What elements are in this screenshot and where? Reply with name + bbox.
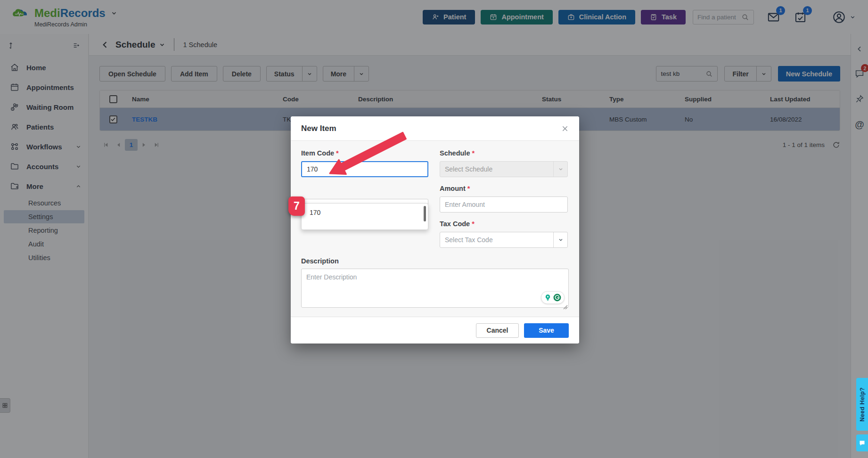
grammarly-g-icon[interactable] [553, 293, 562, 302]
need-help-tab[interactable]: Need Help? [856, 378, 868, 431]
item-code-autocomplete: 170 [301, 203, 428, 230]
textarea-resize-handle[interactable] [563, 303, 568, 308]
close-icon[interactable] [561, 125, 569, 132]
description-label: Description [301, 257, 569, 265]
help-chat-bubble-icon[interactable] [856, 434, 868, 451]
grammarly-suggestion-icon[interactable] [544, 294, 552, 302]
grammarly-widget[interactable] [541, 291, 565, 304]
annotation-step-badge: 7 [288, 196, 305, 216]
description-textarea[interactable] [301, 269, 569, 308]
modal-title: New Item [301, 124, 336, 133]
item-code-input[interactable] [301, 161, 428, 177]
new-item-modal: New Item Item Code* Schedule* Select Sch… [291, 116, 579, 344]
mediRecords-app: MediRecords MediRecords Admin Patient Ap… [0, 0, 868, 458]
save-button[interactable]: Save [524, 323, 569, 338]
amount-input[interactable] [440, 196, 568, 213]
schedule-select[interactable]: Select Schedule [440, 161, 568, 177]
autocomplete-scrollbar[interactable] [424, 206, 426, 221]
amount-label: Amount* [440, 185, 568, 192]
tax-code-label: Tax Code* [440, 220, 568, 228]
autocomplete-option[interactable]: 170 [302, 204, 428, 216]
item-code-label: Item Code* [301, 149, 428, 157]
schedule-label: Schedule* [440, 149, 568, 157]
chevron-down-icon [553, 232, 567, 247]
chevron-down-icon [553, 162, 567, 177]
tax-code-select[interactable]: Select Tax Code [440, 232, 568, 248]
cancel-button[interactable]: Cancel [476, 323, 519, 338]
